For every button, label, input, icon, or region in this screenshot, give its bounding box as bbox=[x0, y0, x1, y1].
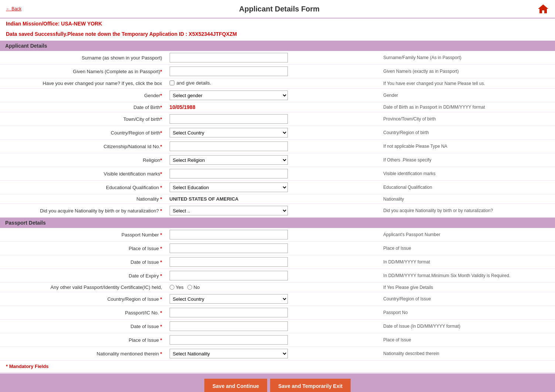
city-input[interactable] bbox=[170, 114, 288, 124]
passport-num-hint: Applicant's Passport Number bbox=[377, 228, 555, 242]
passport-ic-hint: Passport No bbox=[377, 306, 555, 320]
passport-ic-cell bbox=[167, 306, 378, 320]
education-select[interactable]: Select Education Below Matriculation Mat… bbox=[170, 183, 288, 192]
religion-cell: Select Religion Hindu Muslim Christian S… bbox=[167, 153, 378, 167]
passport-date-of-issue-input[interactable] bbox=[170, 257, 288, 267]
name-change-text: and give details. bbox=[177, 80, 211, 86]
national-id-label: Citizenship/National Id No.* bbox=[0, 140, 167, 153]
gender-select[interactable]: Select gender Male Female Other bbox=[170, 91, 288, 100]
ic-doi-cell bbox=[167, 320, 378, 333]
passport-place-of-issue-input[interactable] bbox=[170, 243, 288, 253]
national-id-hint: If not applicable Please Type NA bbox=[377, 140, 555, 153]
surname-input-cell bbox=[167, 51, 378, 65]
nationality-acq-select[interactable]: Select .. Birth Naturalization bbox=[170, 206, 288, 215]
table-row: Town/City of birth* Province/Town/City o… bbox=[0, 112, 555, 126]
gender-hint: Gender bbox=[377, 89, 555, 102]
applicant-details-header: Applicant Details bbox=[0, 41, 555, 51]
success-bar: Data saved Successfully.Please note down… bbox=[0, 29, 555, 41]
mandatory-text: Mandatory Fields bbox=[9, 364, 49, 369]
ic-doi-label: Date of Issue * bbox=[0, 320, 167, 333]
country-birth-select[interactable]: Select Country bbox=[170, 128, 288, 137]
save-continue-button[interactable]: Save and Continue bbox=[204, 379, 267, 392]
ic-poi-label: Place of Issue * bbox=[0, 333, 167, 347]
nationality-value: UNITED STATES OF AMERICA bbox=[170, 196, 239, 202]
table-row: Date of Issue * In DD/MM/YYYY format bbox=[0, 255, 555, 269]
other-passport-yes-label[interactable]: Yes bbox=[170, 284, 184, 290]
header-bar: ← Back Applicant Details Form bbox=[0, 0, 555, 18]
mandatory-note: * Mandatory Fields bbox=[0, 361, 555, 372]
other-passport-yes-radio[interactable] bbox=[170, 285, 174, 290]
ident-marks-label: Visible identification marks* bbox=[0, 167, 167, 181]
given-name-label: Given Name/s (Complete as in Passport)* bbox=[0, 65, 167, 78]
table-row: Did you acquire Nationality by birth or … bbox=[0, 204, 555, 218]
top-nav-left: ← Back bbox=[6, 6, 21, 11]
save-exit-button[interactable]: Save and Temporarily Exit bbox=[270, 379, 351, 392]
nationality-mentioned-select[interactable]: Select Nationality bbox=[170, 349, 288, 358]
education-hint: Educational Qualification bbox=[377, 181, 555, 194]
ic-date-of-issue-input[interactable] bbox=[170, 321, 288, 331]
mission-label: Indian Mission/Office: bbox=[6, 21, 59, 27]
passport-poi-label: Place of Issue * bbox=[0, 242, 167, 255]
table-row: Gender* Select gender Male Female Other … bbox=[0, 89, 555, 102]
table-row: Country/Region of Issue * Select Country… bbox=[0, 292, 555, 306]
table-row: Date of Expiry * In DD/MM/YYYY format.Mi… bbox=[0, 269, 555, 283]
ident-marks-cell bbox=[167, 167, 378, 181]
issue-country-select[interactable]: Select Country bbox=[170, 294, 288, 304]
passport-date-of-expiry-input[interactable] bbox=[170, 271, 288, 280]
national-id-input[interactable] bbox=[170, 142, 288, 151]
issue-country-label: Country/Region of Issue * bbox=[0, 292, 167, 306]
table-row: Any other valid Passport/Identity Certif… bbox=[0, 283, 555, 292]
passport-doe-hint: In DD/MM/YYYY format.Minimum Six Month V… bbox=[377, 269, 555, 283]
success-text: Data saved Successfully.Please note down… bbox=[6, 31, 187, 37]
table-row: Passport Number * Applicant's Passport N… bbox=[0, 228, 555, 242]
nationality-acq-cell: Select .. Birth Naturalization bbox=[167, 204, 378, 218]
nationality-hint: Nationality bbox=[377, 194, 555, 204]
mission-line: Indian Mission/Office: USA-NEW YORK bbox=[0, 18, 555, 29]
passport-details-header: Passport Details bbox=[0, 218, 555, 228]
table-row: Place of Issue * Place of Issue bbox=[0, 242, 555, 255]
other-passport-no-radio[interactable] bbox=[187, 285, 192, 290]
passport-poi-cell bbox=[167, 242, 378, 255]
ic-place-of-issue-input[interactable] bbox=[170, 335, 288, 345]
name-change-cell: and give details. bbox=[167, 78, 378, 89]
dob-label: Date of Birth* bbox=[0, 102, 167, 112]
home-icon[interactable] bbox=[537, 3, 549, 15]
passport-ic-input[interactable] bbox=[170, 308, 288, 317]
table-row: Visible identification marks* Visible id… bbox=[0, 167, 555, 181]
dob-value: 10/05/1988 bbox=[170, 104, 195, 110]
passport-doe-label: Date of Expiry * bbox=[0, 269, 167, 283]
city-input-cell bbox=[167, 112, 378, 126]
page-title: Applicant Details Form bbox=[21, 5, 537, 13]
nationality-mentioned-label: Nationality mentioned therein * bbox=[0, 347, 167, 361]
passport-details-table: Passport Number * Applicant's Passport N… bbox=[0, 228, 555, 361]
religion-select[interactable]: Select Religion Hindu Muslim Christian S… bbox=[170, 155, 288, 165]
name-change-checkbox[interactable] bbox=[170, 81, 174, 85]
passport-num-cell bbox=[167, 228, 378, 242]
svg-marker-0 bbox=[538, 4, 548, 13]
surname-input[interactable] bbox=[170, 53, 288, 62]
passport-number-input[interactable] bbox=[170, 230, 288, 239]
page-wrapper: ← Back Applicant Details Form Indian Mis… bbox=[0, 0, 555, 392]
given-name-input[interactable] bbox=[170, 67, 288, 76]
country-birth-label: Country/Region of birth* bbox=[0, 126, 167, 140]
passport-ic-label: Passport/IC No. * bbox=[0, 306, 167, 320]
dob-hint: Date of Birth as in Passport in DD/MM/YY… bbox=[377, 102, 555, 112]
ic-poi-cell bbox=[167, 333, 378, 347]
ident-marks-input[interactable] bbox=[170, 169, 288, 178]
table-row: Surname (as shown in your Passport) Surn… bbox=[0, 51, 555, 65]
table-row: Nationality * UNITED STATES OF AMERICA N… bbox=[0, 194, 555, 204]
other-passport-label: Any other valid Passport/Identity Certif… bbox=[0, 283, 167, 292]
table-row: Have you ever changed your name? If yes,… bbox=[0, 78, 555, 89]
nationality-cell: UNITED STATES OF AMERICA bbox=[167, 194, 378, 204]
other-passport-radio-group: Yes No bbox=[170, 284, 375, 290]
gender-label: Gender* bbox=[0, 89, 167, 102]
other-passport-hint: If Yes Please give Details bbox=[377, 283, 555, 292]
city-label: Town/City of birth* bbox=[0, 112, 167, 126]
ic-doi-hint: Date of Issue (In DD/MM/YYYY format) bbox=[377, 320, 555, 333]
table-row: Given Name/s (Complete as in Passport)* … bbox=[0, 65, 555, 78]
passport-doi-label: Date of Issue * bbox=[0, 255, 167, 269]
other-passport-no-label[interactable]: No bbox=[187, 284, 200, 290]
table-row: Date of Issue * Date of Issue (In DD/MM/… bbox=[0, 320, 555, 333]
table-row: Nationality mentioned therein * Select N… bbox=[0, 347, 555, 361]
nationality-mentioned-hint: Nationality described therein bbox=[377, 347, 555, 361]
